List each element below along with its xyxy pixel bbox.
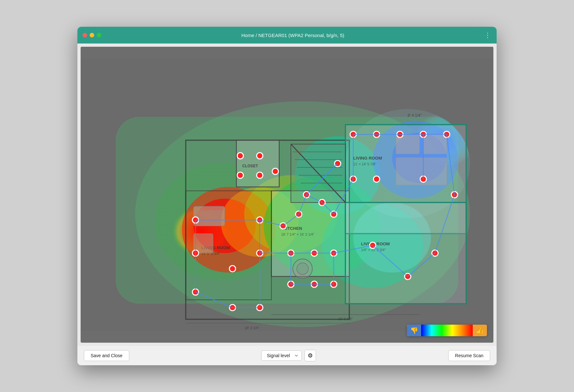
- svg-point-62: [257, 153, 263, 159]
- svg-point-58: [373, 176, 380, 182]
- legend-gradient-bar: [421, 325, 473, 336]
- svg-text:16' 2 1/8": 16' 2 1/8": [338, 317, 353, 321]
- svg-text:8' 4 1/4": 8' 4 1/4": [408, 113, 421, 118]
- legend-bad-signal: 👎: [407, 325, 421, 336]
- svg-text:11' × 14' 5 7/8": 11' × 14' 5 7/8": [353, 162, 376, 166]
- svg-text:16' 7 1/4" × 16' 2 1/4": 16' 7 1/4" × 16' 2 1/4": [281, 232, 314, 236]
- save-close-button[interactable]: Save and Close: [84, 350, 129, 361]
- svg-text:18' 2 1/4": 18' 2 1/4": [245, 326, 259, 330]
- minimize-button[interactable]: [90, 33, 94, 37]
- more-options-button[interactable]: ⋮: [484, 31, 491, 39]
- svg-rect-47: [423, 134, 447, 154]
- thumbs-up-icon: 👍: [476, 327, 484, 334]
- svg-rect-19: [345, 202, 466, 304]
- svg-point-50: [297, 263, 308, 274]
- app-window: Home / NETGEAR01 (WPA2 Personal, b/g/n, …: [77, 27, 497, 365]
- close-button[interactable]: [83, 33, 87, 37]
- svg-point-64: [257, 172, 263, 178]
- settings-button[interactable]: ⚙: [304, 350, 316, 361]
- heatmap-container: LIVING ROOM 15' 5" 6 3/4" KITCHEN 16' 7 …: [81, 47, 493, 343]
- svg-point-74: [229, 266, 235, 272]
- thumbs-down-icon: 👎: [410, 327, 418, 334]
- window-title: Home / NETGEAR01 (WPA2 Personal, b/g/n, …: [101, 33, 484, 38]
- traffic-lights: [83, 33, 101, 37]
- titlebar: Home / NETGEAR01 (WPA2 Personal, b/g/n, …: [77, 27, 497, 44]
- svg-text:LIVING ROOM: LIVING ROOM: [353, 156, 382, 161]
- heatmap-legend: 👎 👍: [407, 325, 487, 336]
- signal-level-select[interactable]: Signal level Noise level SNR: [261, 350, 302, 361]
- svg-rect-17: [236, 140, 279, 187]
- maximize-button[interactable]: [97, 33, 101, 37]
- svg-text:CLOSET: CLOSET: [242, 164, 258, 168]
- toolbar: Save and Close Signal level Noise level …: [77, 346, 497, 365]
- heatmap-svg: LIVING ROOM 15' 5" 6 3/4" KITCHEN 16' 7 …: [81, 47, 493, 343]
- svg-rect-44: [195, 210, 223, 226]
- toolbar-center: Signal level Noise level SNR ⚙: [261, 350, 316, 361]
- resume-scan-button[interactable]: Resume Scan: [448, 350, 490, 361]
- svg-point-65: [272, 168, 278, 174]
- legend-good-signal: 👍: [473, 325, 487, 336]
- svg-point-61: [237, 153, 243, 159]
- svg-point-63: [237, 172, 243, 178]
- content-area: LIVING ROOM 15' 5" 6 3/4" KITCHEN 16' 7 …: [77, 44, 497, 346]
